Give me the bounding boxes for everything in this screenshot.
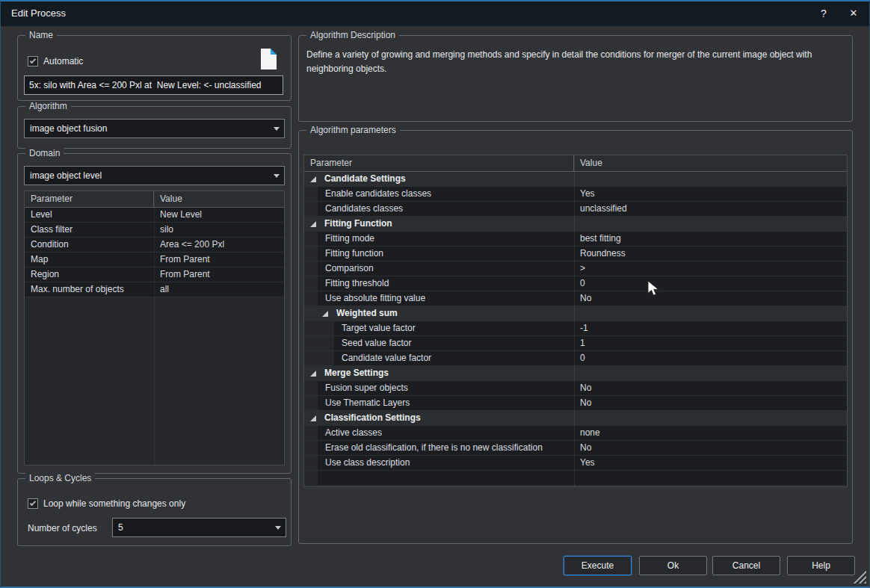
algorithm-parameters-group: Algorithm parameters Parameter Value Can… — [298, 130, 853, 544]
loops-group-label: Loops & Cycles — [25, 473, 95, 483]
help-icon[interactable]: ? — [811, 1, 836, 25]
param-row[interactable]: Comparison > — [304, 261, 847, 276]
expander-triangle-icon[interactable] — [310, 221, 316, 227]
param-category-row[interactable]: Classification Settings — [304, 411, 847, 426]
domain-selected-value: image object level — [30, 167, 102, 185]
param-row[interactable]: Seed value factor 1 — [304, 336, 847, 351]
column-header-value: Value — [154, 191, 284, 207]
param-row[interactable]: Use class description Yes — [304, 456, 847, 471]
algorithm-parameters-label: Algorithm parameters — [306, 125, 400, 135]
param-row[interactable]: Fusion super objects No — [304, 381, 847, 396]
number-of-cycles-select[interactable]: 5 — [112, 518, 286, 537]
loop-while-changes-label: Loop while something changes only — [43, 498, 185, 509]
param-row[interactable]: Erase old classification, if there is no… — [304, 441, 847, 456]
expander-triangle-icon[interactable] — [322, 311, 328, 317]
param-category-row[interactable]: Fitting Function — [304, 217, 847, 232]
param-row[interactable]: Enable candidates classes Yes — [304, 187, 847, 202]
loop-while-changes-checkbox[interactable] — [28, 498, 38, 509]
param-row[interactable]: Active classes none — [304, 426, 847, 441]
ok-button[interactable]: Ok — [639, 556, 707, 575]
algorithm-description-label: Algorithm Description — [306, 30, 399, 40]
algorithm-description-text: Define a variety of growing and merging … — [306, 48, 842, 75]
chevron-down-icon — [274, 174, 280, 178]
expander-triangle-icon[interactable] — [310, 176, 316, 182]
close-icon[interactable]: ✕ — [841, 1, 866, 25]
chevron-down-icon — [275, 526, 281, 530]
window-title: Edit Process — [11, 1, 66, 25]
expander-triangle-icon[interactable] — [310, 415, 316, 421]
name-group: Name Automatic — [17, 35, 291, 101]
domain-table: Parameter Value Level New Level Class fi… — [24, 191, 285, 465]
execute-button[interactable]: Execute — [564, 556, 632, 575]
algorithm-group-label: Algorithm — [25, 101, 71, 111]
column-divider — [154, 191, 155, 465]
algorithm-selected-value: image object fusion — [30, 120, 107, 137]
algorithm-group: Algorithm image object fusion — [17, 106, 291, 149]
loops-group: Loops & Cycles Loop while something chan… — [17, 478, 291, 546]
column-header-parameter: Parameter — [304, 155, 574, 171]
automatic-checkbox-label: Automatic — [43, 56, 83, 66]
param-row[interactable]: Fitting function Roundness — [304, 247, 847, 261]
algorithm-select[interactable]: image object fusion — [24, 119, 285, 138]
edit-process-dialog: Edit Process ? ✕ Name Automatic Algorith… — [0, 0, 870, 588]
domain-select[interactable]: image object level — [24, 166, 285, 185]
param-row[interactable]: Fitting mode best fitting — [304, 232, 847, 247]
column-header-parameter: Parameter — [25, 191, 154, 207]
help-button[interactable]: Help — [787, 556, 855, 575]
check-icon — [30, 58, 36, 64]
param-category-row[interactable]: Candidate Settings — [304, 172, 847, 187]
name-group-label: Name — [25, 30, 57, 40]
number-of-cycles-label: Number of cycles — [28, 523, 97, 533]
expander-triangle-icon[interactable] — [310, 371, 316, 377]
empty-row[interactable] — [304, 471, 847, 486]
automatic-checkbox[interactable] — [28, 56, 38, 66]
chevron-down-icon — [274, 127, 280, 131]
param-category-row[interactable]: Merge Settings — [304, 366, 847, 381]
new-document-icon[interactable] — [261, 49, 277, 69]
column-divider — [574, 155, 575, 486]
param-row[interactable]: Candidates classes unclassified — [304, 202, 847, 217]
param-row[interactable]: Use absolute fitting value No — [304, 291, 847, 306]
titlebar[interactable]: Edit Process ? ✕ — [1, 1, 869, 26]
param-row[interactable]: Candidate value factor 0 — [304, 351, 847, 366]
param-row[interactable]: Use Thematic Layers No — [304, 396, 847, 411]
check-icon — [30, 500, 36, 506]
param-row[interactable]: Fitting threshold 0 — [304, 276, 847, 291]
process-name-input[interactable] — [24, 75, 283, 95]
algorithm-description-group: Algorithm Description Define a variety o… — [298, 35, 853, 122]
parameters-table: Parameter Value Candidate Settings Enabl… — [303, 155, 848, 487]
number-of-cycles-value: 5 — [118, 519, 123, 536]
cancel-button[interactable]: Cancel — [712, 556, 780, 575]
parameters-table-header: Parameter Value — [304, 155, 847, 172]
param-subcategory-row[interactable]: Weighted sum — [304, 306, 847, 321]
domain-group-label: Domain — [25, 148, 64, 158]
param-row[interactable]: Target value factor -1 — [304, 321, 847, 336]
domain-group: Domain image object level Parameter Valu… — [17, 153, 291, 474]
column-header-value: Value — [574, 155, 847, 171]
document-fold-icon — [271, 49, 277, 55]
